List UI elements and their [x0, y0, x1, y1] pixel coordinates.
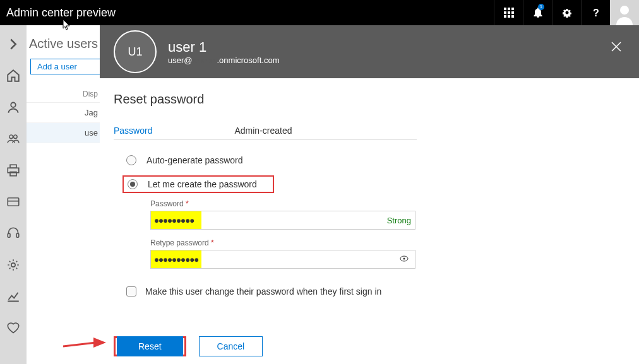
gear-icon[interactable]	[7, 259, 20, 271]
password-label: Password *	[150, 199, 625, 208]
svg-point-13	[14, 135, 18, 139]
help-icon[interactable]: ?	[581, 0, 610, 25]
top-bar: Admin center preview 1 ?	[0, 0, 639, 25]
svg-rect-4	[508, 11, 510, 14]
reset-button[interactable]: Reset	[117, 336, 183, 356]
svg-point-21	[11, 263, 15, 267]
svg-rect-17	[8, 198, 19, 206]
reveal-password-icon[interactable]	[400, 255, 409, 262]
left-nav-rail	[0, 25, 27, 364]
tab-password[interactable]: Password	[114, 126, 152, 136]
option-create-password[interactable]: Let me create the password	[122, 175, 274, 193]
chevron-right-icon[interactable]	[7, 38, 20, 50]
page-title: Active users	[27, 25, 102, 51]
notification-badge: 1	[538, 4, 544, 10]
svg-rect-8	[511, 15, 514, 18]
section-title: Reset password	[114, 92, 625, 107]
person-icon[interactable]	[7, 101, 20, 114]
waffle-icon[interactable]	[494, 0, 523, 25]
column-header: Disp	[27, 74, 102, 103]
reset-password-panel: U1 user 1 user@xxxxxx.onmicrosoft.com Re…	[100, 25, 639, 364]
user-email: user@xxxxxx.onmicrosoft.com	[168, 56, 279, 65]
app-title: Admin center preview	[0, 6, 116, 20]
svg-rect-2	[511, 8, 514, 10]
headset-icon[interactable]	[7, 227, 20, 240]
notifications-icon[interactable]: 1	[523, 0, 552, 25]
people-icon[interactable]	[7, 132, 20, 145]
add-user-button[interactable]: Add a user	[30, 59, 102, 74]
retype-password-label: Retype password *	[150, 238, 625, 247]
tab-row: Password Admin-created	[114, 126, 417, 140]
force-change-checkbox-row[interactable]: Make this user change their password whe…	[126, 286, 625, 296]
svg-rect-7	[508, 15, 510, 18]
retype-password-value: ●●●●●●●●●●	[151, 250, 201, 268]
svg-point-10	[620, 6, 629, 15]
option-auto-generate[interactable]: Auto-generate password	[126, 155, 625, 165]
active-users-panel: Active users Add a user Disp Jag use	[27, 25, 102, 364]
svg-rect-3	[504, 11, 506, 14]
panel-header: U1 user 1 user@xxxxxx.onmicrosoft.com	[100, 25, 639, 78]
retype-password-input[interactable]: ●●●●●●●●●●	[150, 250, 415, 269]
user-avatar-circle: U1	[114, 30, 157, 73]
cancel-button[interactable]: Cancel	[199, 336, 263, 356]
svg-rect-6	[504, 15, 506, 18]
password-input[interactable]: ●●●●●●●●● Strong	[150, 211, 415, 230]
button-row: Reset Cancel	[114, 336, 263, 356]
printer-icon[interactable]	[7, 164, 20, 177]
svg-point-11	[11, 103, 16, 108]
svg-point-23	[403, 258, 405, 260]
card-icon[interactable]	[7, 196, 20, 208]
home-icon[interactable]	[7, 69, 20, 82]
radio-icon[interactable]	[126, 155, 136, 165]
heart-icon[interactable]	[7, 322, 20, 334]
svg-rect-5	[511, 11, 514, 14]
svg-point-12	[9, 135, 13, 139]
svg-rect-0	[504, 8, 506, 10]
chart-icon[interactable]	[7, 290, 20, 303]
close-icon[interactable]	[610, 40, 623, 53]
profile-avatar-icon[interactable]	[610, 0, 639, 25]
password-value: ●●●●●●●●●	[151, 211, 201, 229]
list-item[interactable]: Jag	[27, 103, 102, 123]
reset-button-highlight: Reset	[114, 336, 186, 356]
radio-icon[interactable]	[128, 179, 138, 189]
user-name: user 1	[168, 39, 279, 56]
svg-text:?: ?	[593, 8, 599, 18]
password-strength: Strong	[387, 216, 411, 225]
list-item[interactable]: use	[27, 123, 102, 143]
settings-icon[interactable]	[552, 0, 581, 25]
tab-value: Admin-created	[234, 126, 292, 136]
checkbox-icon[interactable]	[126, 286, 136, 296]
svg-rect-1	[508, 8, 510, 10]
